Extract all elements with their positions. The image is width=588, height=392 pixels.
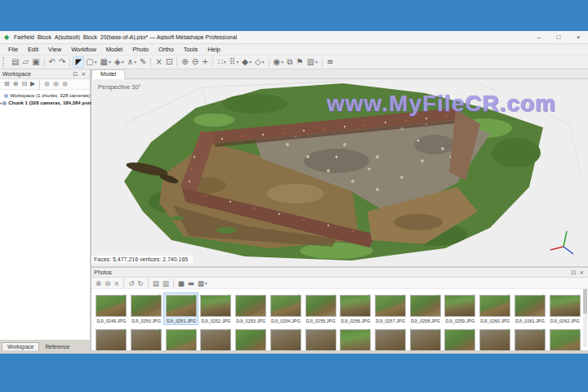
photo-thumbnail-image[interactable]: ✓ <box>270 295 301 317</box>
photo-thumbnail-image[interactable]: ✓ <box>96 295 127 317</box>
point-cloud-icon[interactable]: ∷▾ <box>216 56 227 68</box>
photo-thumbnail-image[interactable]: ✓ <box>305 295 336 317</box>
photo-thumbnail-image[interactable]: ✓ <box>479 329 510 350</box>
zoom-out-icon[interactable]: ⊖ <box>190 56 200 68</box>
chevron-down-icon[interactable]: ▾ <box>224 56 226 68</box>
add-chunk-icon[interactable]: ⊞ <box>2 78 11 90</box>
photo-thumb-DJI_0251.JPG[interactable]: ✓DJI_0251.JPG <box>164 293 198 324</box>
menu-tools[interactable]: Tools <box>179 45 203 55</box>
photo-thumbnail-image[interactable]: ✓ <box>514 295 546 317</box>
menu-view[interactable]: View <box>43 45 66 55</box>
photo-thumb[interactable]: ✓ <box>234 327 268 350</box>
photo-thumbnail-image[interactable]: ✓ <box>375 295 406 317</box>
photo-thumb-DJI_0257.JPG[interactable]: ✓DJI_0257.JPG <box>374 293 408 324</box>
chevron-down-icon[interactable]: ▾ <box>95 56 97 68</box>
tab-model[interactable]: Model <box>91 69 125 79</box>
photo-thumbnail-image[interactable]: ✓ <box>200 295 231 317</box>
photo-thumb-DJI_0254.JPG[interactable]: ✓DJI_0254.JPG <box>270 293 303 324</box>
photo-thumbnail-image[interactable]: ✓ <box>479 295 510 317</box>
photo-thumbnail-image[interactable]: ✓ <box>550 329 581 350</box>
gradual-selection-icon[interactable]: ◈▾ <box>113 56 126 68</box>
photo-thumb-DJI_0260.JPG[interactable]: ✓DJI_0260.JPG <box>479 293 512 324</box>
photo-thumb-DJI_0255.JPG[interactable]: ✓DJI_0255.JPG <box>304 293 337 324</box>
tree-item-chunk-1[interactable]: ▸ ▦ Chunk 1 (328 cameras, 184,384 points… <box>0 99 90 106</box>
bottom-tab-workspace[interactable]: Workspace <box>2 342 39 350</box>
photo-thumb[interactable]: ✓ <box>270 327 303 350</box>
photo-thumb-DJI_0256.JPG[interactable]: ✓DJI_0256.JPG <box>339 293 372 324</box>
delete-photo-icon[interactable]: × <box>112 278 121 289</box>
photo-thumbnail-image[interactable]: ✓ <box>375 329 406 350</box>
photo-thumb[interactable]: ✓ <box>479 327 512 350</box>
menu-file[interactable]: File <box>3 45 23 55</box>
chevron-down-icon[interactable]: ▾ <box>134 56 136 68</box>
photo-thumbnail-image[interactable]: ✓ <box>305 329 336 350</box>
remove-items-icon[interactable]: ⊟ <box>20 78 29 90</box>
chevron-down-icon[interactable]: ▾ <box>109 56 111 68</box>
remove-photos-icon[interactable]: ⊖ <box>103 278 112 289</box>
photo-thumb[interactable]: ✓ <box>443 327 477 350</box>
photo-thumbnail-image[interactable]: ✓ <box>235 329 266 350</box>
chevron-down-icon[interactable]: ▾ <box>281 56 283 68</box>
rotate-left-icon[interactable]: ↺ <box>127 278 136 289</box>
photo-thumbnail-image[interactable]: ✓ <box>340 329 371 350</box>
photo-thumb[interactable]: ✓ <box>304 327 337 350</box>
rotate-right-icon[interactable]: ↻ <box>136 278 145 289</box>
chevron-down-icon[interactable]: ▾ <box>315 56 318 68</box>
chevron-down-icon[interactable]: ▾ <box>262 56 265 68</box>
photos-scrollbar[interactable] <box>583 289 587 347</box>
photos-float-icon[interactable]: ⊡ <box>569 270 577 276</box>
photo-thumb-DJI_0258.JPG[interactable]: ✓DJI_0258.JPG <box>408 293 442 324</box>
photo-thumbnail-image[interactable]: ✓ <box>235 295 266 317</box>
mesh-solid-icon[interactable]: ◇▾ <box>253 56 266 68</box>
chevron-down-icon[interactable]: ▾ <box>249 56 252 68</box>
dense-cloud-icon[interactable]: ⠿▾ <box>228 56 240 68</box>
photo-thumbnail-image[interactable]: ✓ <box>514 329 546 350</box>
tree-item-workspace-root[interactable]: ▤ Workspace (1 chunks, 328 cameras) <box>0 91 90 99</box>
photo-thumb[interactable]: ✓ <box>164 327 198 350</box>
photo-thumb-DJI_0253.JPG[interactable]: ✓DJI_0253.JPG <box>234 293 268 324</box>
photo-thumb[interactable]: ✓ <box>374 327 408 350</box>
photo-thumbnail-image[interactable]: ✓ <box>166 295 197 317</box>
minimize-button[interactable]: – <box>529 32 549 43</box>
menu-help[interactable]: Help <box>203 45 225 55</box>
crop-selection-icon[interactable]: ⊡ <box>164 56 174 68</box>
delete-selection-icon[interactable]: × <box>154 56 163 68</box>
photos-close-icon[interactable]: × <box>577 270 586 276</box>
batch-process-icon[interactable]: ▶ <box>29 78 37 90</box>
photo-thumb[interactable]: ✓ <box>514 327 547 350</box>
navigation-mode-icon[interactable]: + <box>200 56 210 68</box>
photo-thumbnail-image[interactable]: ✓ <box>444 295 475 317</box>
photo-thumb-DJI_0249.JPG[interactable]: ✓DJI_0249.JPG <box>95 293 128 324</box>
small-icons-icon[interactable]: ▬ <box>186 278 196 289</box>
model-viewport[interactable]: Perspective 30° www.MyFileCR.com Faces: … <box>91 79 588 268</box>
resize-region-icon[interactable]: ▦▾ <box>99 56 113 68</box>
show-markers-icon[interactable]: ⚑ <box>295 56 305 68</box>
close-button[interactable]: × <box>568 32 588 43</box>
filter-menu-icon[interactable]: ▦▾ <box>196 278 209 289</box>
photo-thumb[interactable]: ✓ <box>95 327 128 350</box>
save-project-icon[interactable]: ▣ <box>30 56 41 68</box>
photo-thumbnail-image[interactable]: ✓ <box>340 295 371 317</box>
photos-scrollbar-thumb[interactable] <box>583 289 587 314</box>
add-photos-icon[interactable]: ⊕ <box>11 78 20 90</box>
photo-thumbnail-image[interactable]: ✓ <box>131 329 162 350</box>
photo-thumbnail-image[interactable]: ✓ <box>270 329 301 350</box>
layers-icon[interactable]: ≡ <box>325 56 335 68</box>
show-cameras-icon[interactable]: ◉▾ <box>272 56 286 68</box>
photo-thumb[interactable]: ✓ <box>199 327 233 350</box>
select-cursor-icon[interactable]: ◤ <box>73 56 84 68</box>
maximize-button[interactable]: □ <box>549 32 568 43</box>
photo-thumbnail-image[interactable]: ✓ <box>444 329 475 350</box>
menu-workflow[interactable]: Workflow <box>66 45 101 55</box>
photo-thumbnail-image[interactable]: ✓ <box>131 295 162 317</box>
photo-thumbnail-image[interactable]: ✓ <box>550 295 581 317</box>
toolbar-grip[interactable] <box>2 57 7 67</box>
photo-thumb-DJI_0250.JPG[interactable]: ✓DJI_0250.JPG <box>130 293 163 324</box>
photo-thumbnail-image[interactable]: ✓ <box>166 329 197 350</box>
photo-thumbnail-image[interactable]: ✓ <box>410 329 441 350</box>
add-photos-icon[interactable]: ⊕ <box>94 278 103 289</box>
photo-thumb[interactable]: ✓ <box>548 327 581 350</box>
polyline-tool-icon[interactable]: ∧▾ <box>126 56 138 68</box>
photo-thumbnail-image[interactable]: ✓ <box>200 329 231 350</box>
photo-thumb-DJI_0259.JPG[interactable]: ✓DJI_0259.JPG <box>443 293 477 324</box>
